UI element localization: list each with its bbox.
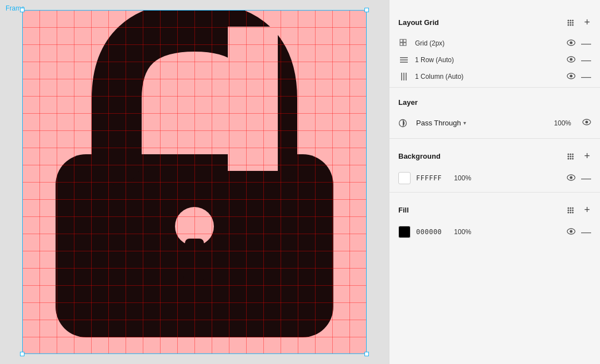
layer-blend-mode-button[interactable]: Pass Through ▾ [413, 117, 469, 129]
layout-grid-dots-button[interactable] [565, 17, 576, 28]
fill-dots-button[interactable] [565, 205, 576, 216]
grid-item-grid: Grid (2px) — [389, 35, 600, 52]
fill-title: Fill [398, 206, 409, 214]
fill-color-actions: — [567, 227, 591, 237]
fill-header-actions: + [565, 203, 591, 217]
svg-point-7 [568, 19, 569, 21]
background-color-row: FFFFFF 100% — [389, 169, 600, 188]
column-auto-actions: — [567, 72, 591, 82]
svg-point-35 [568, 153, 569, 155]
svg-point-21 [570, 41, 573, 44]
svg-point-26 [570, 58, 573, 60]
layer-visibility-icon[interactable] [582, 119, 591, 127]
svg-rect-17 [403, 39, 406, 42]
blend-mode-icon [398, 119, 407, 128]
svg-point-34 [586, 121, 588, 124]
background-title: Background [398, 152, 441, 160]
frame-container[interactable] [22, 10, 367, 354]
svg-point-46 [568, 207, 569, 209]
dots-grid-icon [566, 18, 575, 27]
column-icon [398, 72, 409, 81]
background-dots-button[interactable] [565, 151, 576, 162]
grid-2px-actions: — [567, 38, 591, 48]
svg-point-43 [572, 158, 574, 159]
background-header: Background + [389, 143, 600, 169]
fill-header: Fill + [389, 196, 600, 223]
row-icon [398, 55, 409, 64]
layout-grid-add-button[interactable]: + [583, 16, 591, 29]
handle-top-right[interactable] [364, 8, 369, 12]
svg-point-31 [570, 74, 573, 77]
lock-icon-svg [22, 10, 367, 354]
column-remove-icon[interactable]: — [581, 72, 591, 82]
row-auto-actions: — [567, 55, 591, 65]
svg-point-13 [568, 24, 569, 26]
layer-blend-mode-label: Pass Through [416, 119, 461, 127]
svg-point-39 [570, 155, 572, 157]
svg-rect-16 [400, 39, 403, 42]
background-dots-icon [566, 152, 575, 161]
svg-rect-1 [228, 27, 278, 138]
canvas-area: Frame [0, 0, 389, 364]
svg-rect-18 [400, 43, 403, 46]
grid-2px-icon [398, 39, 409, 48]
fill-dots-icon [566, 206, 575, 215]
layer-header: Layer [389, 92, 600, 112]
svg-rect-19 [403, 43, 406, 46]
svg-point-40 [572, 155, 574, 157]
grid-2px-label: Grid (2px) [415, 39, 561, 47]
handle-bottom-left[interactable] [20, 352, 24, 356]
fill-visibility-icon[interactable] [567, 228, 576, 236]
svg-point-48 [572, 207, 574, 209]
icon-canvas [22, 10, 367, 354]
grid-item-column: 1 Column (Auto) — [389, 68, 600, 85]
layout-grid-title: Layout Grid [398, 18, 439, 27]
background-add-button[interactable]: + [583, 149, 591, 163]
background-visibility-icon[interactable] [567, 174, 576, 183]
svg-point-53 [570, 211, 572, 213]
svg-point-11 [570, 22, 572, 23]
background-color-swatch[interactable] [398, 172, 411, 184]
svg-point-9 [572, 19, 574, 21]
svg-point-38 [568, 155, 569, 157]
svg-point-36 [570, 153, 572, 155]
svg-point-49 [568, 209, 569, 211]
handle-bottom-right[interactable] [364, 352, 369, 356]
background-remove-icon[interactable]: — [581, 173, 591, 183]
fill-color-hex: 000000 [416, 228, 442, 236]
background-color-actions: — [567, 173, 591, 183]
fill-color-opacity: 100% [454, 228, 471, 236]
svg-point-47 [570, 207, 572, 209]
svg-point-42 [570, 158, 572, 159]
svg-point-56 [570, 230, 573, 232]
layout-grid-header: Layout Grid + [389, 9, 600, 35]
svg-point-37 [572, 153, 574, 155]
fill-color-swatch[interactable] [398, 226, 411, 238]
fill-add-button[interactable]: + [583, 203, 591, 217]
handle-top-left[interactable] [20, 8, 24, 12]
fill-color-row: 000000 100% — [389, 223, 600, 241]
svg-point-52 [568, 211, 569, 213]
column-auto-label: 1 Column (Auto) [415, 73, 561, 80]
layout-grid-actions: + [565, 16, 591, 29]
svg-point-51 [572, 209, 574, 211]
grid-2px-remove-icon[interactable]: — [581, 38, 591, 48]
fill-remove-icon[interactable]: — [581, 227, 591, 237]
row-auto-label: 1 Row (Auto) [415, 56, 561, 64]
column-visibility-icon[interactable] [567, 73, 576, 81]
right-panel: Layout Grid + [389, 0, 600, 364]
grid-2px-visibility-icon[interactable] [567, 39, 576, 48]
svg-rect-2 [228, 127, 278, 171]
svg-point-50 [570, 209, 572, 211]
row-visibility-icon[interactable] [567, 56, 576, 64]
row-remove-icon[interactable]: — [581, 55, 591, 65]
svg-point-54 [572, 211, 574, 213]
blend-mode-chevron-icon: ▾ [463, 120, 466, 126]
background-header-actions: + [565, 149, 591, 163]
layer-opacity-value: 100% [554, 119, 571, 127]
svg-point-41 [568, 158, 569, 159]
svg-point-10 [568, 22, 569, 23]
svg-point-12 [572, 22, 574, 23]
svg-point-45 [570, 176, 573, 179]
svg-point-15 [572, 24, 574, 26]
